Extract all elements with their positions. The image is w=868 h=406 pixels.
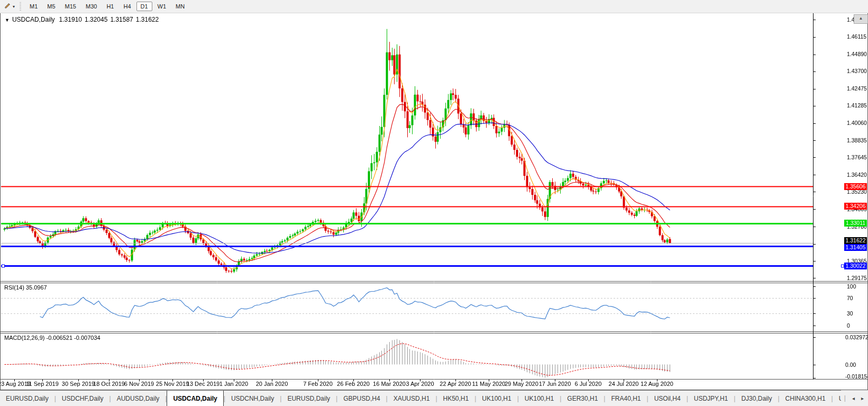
- price-axis-label: 1.38835: [847, 137, 867, 143]
- price-axis-label: 1.40060: [847, 120, 867, 126]
- price-axis-label: 1.29175: [847, 275, 867, 281]
- hline-price-tag: 1.35606: [844, 183, 867, 190]
- rsi-axis-label: 70: [847, 295, 853, 301]
- chart-tab-china300-h1[interactable]: CHINA300,H1: [780, 391, 832, 406]
- symbol-label: USDCAD,Daily: [12, 16, 55, 23]
- chevron-down-icon: ▾: [13, 4, 15, 9]
- price-axis-label: 1.43700: [847, 68, 867, 74]
- hline-price-tag: 1.34206: [844, 203, 867, 210]
- chart-title: ▼USDCAD,Daily1.319101.320451.315871.3162…: [5, 16, 161, 23]
- chart-tab-gbpusd-h4[interactable]: GBPUSD,H4: [337, 391, 386, 406]
- timeframe-m1-button[interactable]: M1: [25, 2, 42, 11]
- price-axis-label: 1.44890: [847, 51, 867, 57]
- macd-axis-label: -0.018154: [845, 373, 868, 380]
- chart-tab-eurusd-daily[interactable]: EURUSD,Daily: [0, 391, 54, 406]
- macd-axis-label: 0.032972: [845, 334, 868, 340]
- ohlc-low: 1.31587: [110, 16, 133, 23]
- ohlc-open: 1.31910: [59, 16, 82, 23]
- chart-tab-uk100-h1[interactable]: UK100,H1: [476, 391, 517, 406]
- tab-scroll-left-icon[interactable]: ◂: [852, 395, 855, 401]
- chart-tab-hk50-h1[interactable]: HK50,H1: [437, 391, 475, 406]
- chart-tab-dj30-daily[interactable]: DJ30,Daily: [735, 391, 778, 406]
- chart-tab-audusd-daily[interactable]: AUDUSD,Daily: [111, 391, 166, 406]
- toolbar: ▾ M1M5M15M30H1H4D1W1MN: [0, 0, 868, 13]
- chart-tab-eurusd-daily[interactable]: EURUSD,Daily: [281, 391, 336, 406]
- timeframe-m30-button[interactable]: M30: [81, 2, 101, 11]
- tab-separator: |: [844, 394, 846, 402]
- date-axis-label: 12 Aug 2020: [635, 381, 679, 387]
- chart-tab-xauusd-h1[interactable]: XAUUSD,H1: [388, 391, 436, 406]
- price-axis-label: 1.37645: [847, 154, 867, 160]
- timeframe-m5-button[interactable]: M5: [43, 2, 59, 11]
- price-axis-label: 1.36420: [847, 172, 867, 178]
- timeframe-m15-button[interactable]: M15: [61, 2, 80, 11]
- timeframe-h1-button[interactable]: H1: [102, 2, 118, 11]
- macd-label: MACD(12,26,9) -0.006521 -0.007034: [4, 335, 100, 341]
- chart-tab-usoil-h4[interactable]: USOil,H4: [648, 391, 687, 406]
- ohlc-high: 1.32045: [85, 16, 107, 23]
- timeframe-mn-button[interactable]: MN: [171, 2, 189, 11]
- chart-tab-fra40-h1[interactable]: FRA40,H1: [605, 391, 646, 406]
- chart-tab-usdcad-daily[interactable]: USDCAD,Daily: [167, 390, 223, 406]
- price-chart-canvas[interactable]: [0, 0, 868, 406]
- scroll-up-button[interactable]: ▲: [854, 14, 868, 24]
- collapse-icon[interactable]: ▼: [5, 17, 10, 23]
- tab-scroll-right-icon[interactable]: ▸: [861, 395, 864, 401]
- price-axis-label: 1.46115: [847, 33, 866, 40]
- timeframe-h4-button[interactable]: H4: [119, 2, 135, 11]
- hline-price-tag: 1.33011: [844, 220, 867, 227]
- hline-price-tag: 1.30022: [844, 263, 867, 269]
- rsi-label: RSI(14) 35.0967: [4, 284, 47, 291]
- ohlc-close: 1.31622: [136, 16, 159, 23]
- hline-price-tag: 1.31405: [844, 244, 867, 251]
- pencil-icon: [4, 2, 12, 12]
- tab-items: EURUSD,Daily|USDCHF,Daily|AUDUSD,Daily|U…: [0, 391, 868, 406]
- chart-tab-usdchf-daily[interactable]: USDCHF,Daily: [56, 391, 109, 406]
- current-price-tag: 1.31622: [844, 237, 867, 244]
- rsi-axis-label: 30: [847, 310, 853, 317]
- price-axis-label: 1.42475: [847, 85, 867, 92]
- date-axis-label: 20 Jan 2020: [250, 381, 294, 387]
- rsi-axis-label: 0: [847, 322, 850, 329]
- chart-tab-uk100-h1[interactable]: UK100,H1: [519, 391, 560, 406]
- timeframe-w1-button[interactable]: W1: [153, 2, 171, 11]
- chart-tab-ger30-h1[interactable]: GER30,H1: [561, 391, 604, 406]
- toolbar-drag-handle: [20, 2, 21, 11]
- chart-tabs-bar: EURUSD,Daily|USDCHF,Daily|AUDUSD,Daily|U…: [0, 390, 868, 406]
- macd-axis-label: 0.00: [845, 362, 856, 368]
- price-axis-label: 1.41285: [847, 102, 867, 109]
- timeframe-d1-button[interactable]: D1: [136, 2, 152, 11]
- tab-scroll-arrows: | ◂ ▸: [841, 390, 868, 406]
- drawing-tool-button[interactable]: ▾: [2, 1, 16, 13]
- chart-tab-usdcnh-daily[interactable]: USDCNH,Daily: [225, 391, 280, 406]
- rsi-axis-label: 100: [847, 283, 856, 290]
- timeframe-buttons: M1M5M15M30H1H4D1W1MN: [25, 2, 189, 11]
- chart-tab-usdjpy-h1[interactable]: USDJPY,H1: [688, 391, 734, 406]
